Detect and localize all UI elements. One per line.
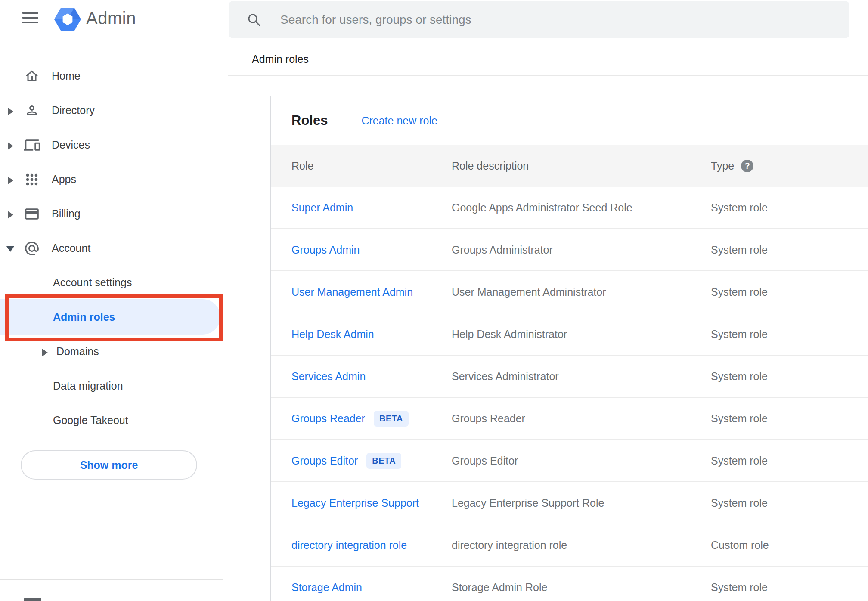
annotation-highlight-box	[5, 294, 223, 341]
devices-icon	[24, 137, 40, 153]
role-description-cell: Groups Editor	[452, 455, 711, 467]
roles-table-body: Super AdminGoogle Apps Administrator See…	[271, 187, 868, 601]
sidebar-item-label: Account settings	[53, 276, 132, 289]
role-link[interactable]: Groups Editor	[291, 455, 358, 467]
header-divider	[228, 75, 868, 76]
card-title: Roles	[291, 113, 328, 128]
role-type-cell: System role	[711, 244, 868, 256]
sidebar-item-label: Directory	[52, 104, 95, 117]
expand-arrow-icon	[8, 177, 13, 184]
search-bar[interactable]	[229, 1, 849, 38]
column-header-role-description: Role description	[452, 160, 711, 172]
role-description-cell: Groups Administrator	[452, 244, 711, 256]
app-title: Admin	[86, 9, 136, 28]
role-type-cell: Custom role	[711, 539, 868, 551]
table-row: Storage AdminStorage Admin RoleSystem ro…	[271, 567, 868, 601]
table-row: Groups EditorBETAGroups EditorSystem rol…	[271, 440, 868, 482]
table-row: User Management AdminUser Management Adm…	[271, 271, 868, 313]
cutoff-bottom-icon	[24, 598, 41, 601]
create-new-role-link[interactable]: Create new role	[361, 115, 437, 127]
column-header-type: Type	[711, 160, 734, 172]
sidebar-item-data-migration[interactable]: Data migration	[0, 369, 228, 403]
role-link[interactable]: Help Desk Admin	[291, 328, 374, 341]
sidebar-item-label: Apps	[52, 173, 76, 186]
sidebar-nav: HomeDirectoryDevicesAppsBillingAccountAc…	[0, 59, 228, 437]
search-icon	[247, 12, 261, 27]
role-type-cell: System role	[711, 581, 868, 594]
role-type-cell: System role	[711, 328, 868, 341]
sidebar-item-billing[interactable]: Billing	[0, 196, 228, 231]
hamburger-menu-icon[interactable]	[22, 12, 38, 25]
role-description-cell: Legacy Enterprise Support Role	[452, 497, 711, 509]
role-link[interactable]: Storage Admin	[291, 581, 362, 594]
breadcrumb: Admin roles	[252, 53, 309, 65]
role-description-cell: Groups Reader	[452, 412, 711, 425]
role-link[interactable]: directory integration role	[291, 539, 407, 551]
sidebar-bottom-divider	[0, 579, 223, 580]
show-more-button[interactable]: Show more	[21, 450, 197, 480]
table-row: Services AdminServices AdministratorSyst…	[271, 356, 868, 398]
role-description-cell: Help Desk Administrator	[452, 328, 711, 341]
column-header-role: Role	[291, 160, 452, 172]
at-sign-icon	[24, 240, 40, 257]
sidebar-item-label: Google Takeout	[53, 414, 128, 427]
card-header: Roles Create new role	[271, 96, 868, 145]
table-row: directory integration roledirectory inte…	[271, 524, 868, 567]
role-description-cell: Services Administrator	[452, 370, 711, 383]
help-icon[interactable]: ?	[741, 160, 753, 172]
collapse-arrow-icon	[6, 246, 14, 252]
role-type-cell: System role	[711, 497, 868, 509]
expand-arrow-icon	[42, 349, 48, 356]
sidebar-item-apps[interactable]: Apps	[0, 162, 228, 196]
sidebar-item-label: Account	[52, 242, 90, 254]
sidebar-item-directory[interactable]: Directory	[0, 93, 228, 127]
search-input[interactable]	[280, 13, 849, 27]
sidebar-item-label: Domains	[56, 345, 99, 358]
role-type-cell: System role	[711, 412, 868, 425]
sidebar: Admin HomeDirectoryDevicesAppsBillingAcc…	[0, 0, 228, 601]
role-type-cell: System role	[711, 201, 868, 214]
google-admin-logo-icon	[54, 7, 81, 34]
sidebar-item-google-takeout[interactable]: Google Takeout	[0, 403, 228, 437]
home-icon	[24, 68, 40, 84]
role-type-cell: System role	[711, 286, 868, 298]
role-link[interactable]: Services Admin	[291, 370, 366, 383]
person-icon	[24, 102, 40, 119]
sidebar-item-account[interactable]: Account	[0, 231, 228, 265]
role-type-cell: System role	[711, 370, 868, 383]
sidebar-item-label: Home	[52, 70, 81, 82]
roles-card: Roles Create new role Role Role descript…	[270, 96, 868, 601]
expand-arrow-icon	[8, 142, 13, 150]
role-description-cell: directory integration role	[452, 539, 711, 551]
table-row: Help Desk AdminHelp Desk AdministratorSy…	[271, 313, 868, 356]
expand-arrow-icon	[8, 211, 13, 219]
expand-arrow-icon	[8, 108, 13, 115]
table-header-row: Role Role description Type ?	[271, 145, 868, 187]
sidebar-item-label: Data migration	[53, 380, 123, 392]
beta-badge: BETA	[374, 411, 409, 427]
table-row: Super AdminGoogle Apps Administrator See…	[271, 187, 868, 229]
role-link[interactable]: Groups Admin	[291, 244, 360, 256]
credit-card-icon	[24, 206, 40, 222]
sidebar-item-devices[interactable]: Devices	[0, 127, 228, 162]
role-description-cell: Storage Admin Role	[452, 581, 711, 594]
role-description-cell: User Management Administrator	[452, 286, 711, 298]
table-row: Legacy Enterprise SupportLegacy Enterpri…	[271, 482, 868, 524]
table-row: Groups ReaderBETAGroups ReaderSystem rol…	[271, 398, 868, 440]
role-link[interactable]: User Management Admin	[291, 286, 413, 298]
apps-grid-icon	[24, 171, 40, 188]
role-link[interactable]: Groups Reader	[291, 412, 365, 425]
role-type-cell: System role	[711, 455, 868, 467]
beta-badge: BETA	[366, 453, 401, 469]
table-row: Groups AdminGroups AdministratorSystem r…	[271, 229, 868, 271]
role-description-cell: Google Apps Administrator Seed Role	[452, 201, 711, 214]
role-link[interactable]: Legacy Enterprise Support	[291, 497, 419, 509]
role-link[interactable]: Super Admin	[291, 201, 353, 214]
sidebar-item-label: Billing	[52, 208, 81, 220]
sidebar-item-home[interactable]: Home	[0, 59, 228, 93]
sidebar-item-label: Devices	[52, 139, 90, 151]
